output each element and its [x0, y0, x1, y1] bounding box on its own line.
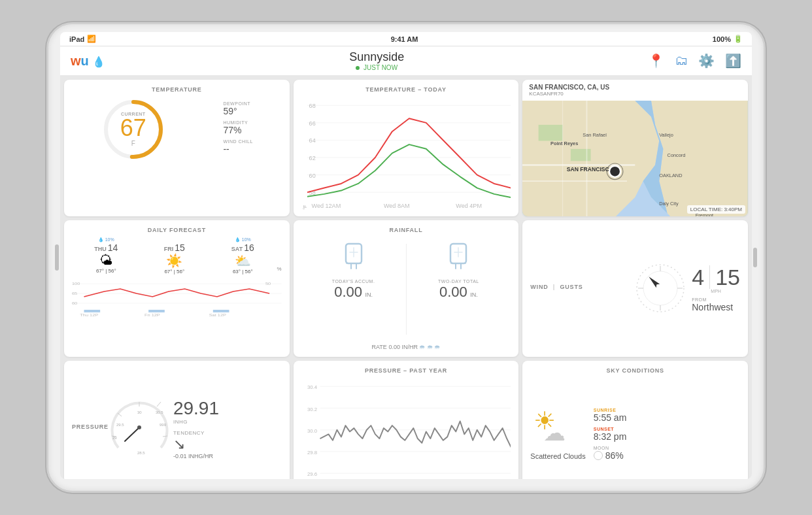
- tendency-label: TENDENCY: [173, 430, 282, 436]
- twoday-value-wrap: 0.00 IN.: [407, 284, 511, 301]
- status-time: 9:41 AM: [391, 35, 418, 43]
- right-button: [753, 248, 757, 267]
- temperature-card: TEMPERATURE CURRENT 67 F: [64, 80, 290, 216]
- sunrise-row: SUNRISE 5:55 am: [594, 408, 740, 423]
- settings-icon[interactable]: ⚙️: [698, 53, 715, 69]
- forecast-chart: 100 65 60 50 Thu 12P Fri 12P Sat 12P: [72, 277, 282, 350]
- compass-svg: [634, 262, 686, 314]
- pressure-chart-content: INHG 30.4 30.2 30.0: [301, 378, 511, 479]
- svg-point-35: [609, 166, 620, 177]
- svg-text:Daly City: Daly City: [660, 201, 679, 207]
- rain-gauge-icon-2: [445, 241, 471, 270]
- location-name: Sunnyside: [349, 50, 404, 64]
- header-center: Sunnyside JUST NOW: [349, 50, 404, 71]
- rainfall-twoday: TWO-DAY TOTAL 0.00 IN.: [407, 237, 511, 341]
- svg-text:999: 999: [160, 423, 167, 427]
- pressure-card: PRESSURE: [64, 361, 290, 479]
- device-label: iPad: [69, 35, 84, 43]
- side-button: [55, 244, 59, 271]
- share-icon[interactable]: ⬆️: [725, 53, 741, 69]
- percent-label: %: [277, 266, 282, 274]
- svg-text:Concord: Concord: [668, 152, 686, 158]
- status-right: 100% 🔋: [713, 35, 743, 43]
- temperature-content: CURRENT 67 F DEWPOINT 59° HUMIDITY 77%: [72, 97, 282, 162]
- sky-icon-wrap: ☀ ☁ Scattered Clouds: [530, 407, 585, 461]
- pressure-gauge-svg: 30 29.5 29 30.5 999 28.5: [109, 397, 171, 459]
- wind-chill-stat: WIND CHILL --: [223, 139, 252, 154]
- wind-header: WIND | GUSTS: [530, 284, 634, 293]
- humidity-stat: HUMIDITY 77%: [223, 120, 252, 135]
- svg-text:100: 100: [72, 281, 80, 285]
- sunset-value: 8:32 pm: [594, 431, 740, 442]
- sunrise-label: SUNRISE: [594, 408, 740, 412]
- pressure-chart-area: 30.4 30.2 30.0 29.8 29.6 Aug 18 Oct 17 D…: [307, 378, 511, 479]
- map-title: SAN FRANCISCO, CA, US: [529, 84, 741, 91]
- svg-text:62: 62: [309, 155, 315, 161]
- rainfall-today-value: 0.00: [334, 284, 362, 300]
- moon-value-row: 86%: [594, 450, 740, 461]
- forecast-day-fri: 💧 FRI 15 ☀️ 67° | 56°: [141, 237, 209, 274]
- svg-text:Wed 12AM: Wed 12AM: [311, 203, 341, 209]
- wind-speeds: 4 15: [692, 265, 740, 290]
- svg-text:29: 29: [112, 436, 117, 440]
- wind-compass: [634, 262, 686, 314]
- wind-from: FROM Northwest: [692, 297, 740, 312]
- sky-icons: ☀ ☁: [530, 407, 583, 449]
- pressure-chart-y-label: INHG: [301, 378, 307, 479]
- temp-value: 67: [120, 116, 146, 140]
- moon-icon: [594, 451, 603, 460]
- svg-text:Fri 12P: Fri 12P: [144, 312, 160, 316]
- map-card: SAN FRANCISCO, CA, US KCASANFR70: [522, 80, 748, 216]
- sky-card-title: SKY CONDITIONS: [530, 367, 740, 374]
- sky-details: SUNRISE 5:55 am SUNSET 8:32 pm MOON: [586, 408, 740, 461]
- rainfall-twoday-value: 0.00: [439, 284, 467, 300]
- svg-rect-22: [571, 149, 591, 161]
- sky-content: ☀ ☁ Scattered Clouds SUNRISE 5:55 am: [530, 378, 740, 479]
- rainfall-rate: RATE 0.00 IN/HR 🌧 🌧 🌧: [301, 344, 511, 350]
- wind-direction: Northwest: [692, 302, 740, 312]
- live-dot: [356, 66, 360, 70]
- map-subtitle: KCASANFR70: [529, 91, 741, 97]
- pressure-content: 30 29.5 29 30.5 999 28.5 29: [109, 397, 282, 461]
- svg-text:Point Reyes: Point Reyes: [550, 141, 578, 146]
- wind-speed-value: 4: [692, 265, 704, 290]
- twoday-label: TWO-DAY TOTAL: [407, 279, 511, 284]
- pressure-chart-card: PRESSURE – PAST YEAR INHG 30.4: [294, 361, 519, 479]
- map-area: Point Reyes San Rafael SAN FRANCISCO Val…: [522, 101, 748, 216]
- rainfall-today: TODAY'S ACCUM. 0.00 IN.: [301, 237, 406, 341]
- wind-gusts-value: 15: [715, 265, 740, 290]
- svg-text:30: 30: [137, 410, 142, 414]
- svg-text:San Rafael: San Rafael: [583, 132, 607, 138]
- logo: wu 💧: [71, 54, 105, 69]
- layers-icon[interactable]: 🗂: [675, 53, 688, 69]
- svg-text:28.5: 28.5: [137, 451, 145, 455]
- svg-text:Sat 12P: Sat 12P: [209, 312, 227, 316]
- wind-content: 4 15 MPH FROM Northwest: [634, 262, 740, 314]
- rainfall-today-unit: IN.: [365, 291, 373, 298]
- temp-chart-card: TEMPERATURE – TODAY °F: [294, 80, 519, 216]
- svg-rect-45: [148, 310, 165, 312]
- svg-point-54: [637, 265, 684, 312]
- moon-row: MOON 86%: [594, 446, 740, 461]
- forecast-card: DAILY FORECAST 💧 10% THU 14 🌤 67° | 56°: [64, 220, 290, 357]
- svg-text:66: 66: [309, 120, 315, 127]
- svg-point-55: [643, 271, 677, 305]
- wind-info: 4 15 MPH FROM Northwest: [686, 265, 740, 312]
- pressure-value: 29.91: [173, 398, 282, 419]
- thu-precip: 💧 10%: [72, 237, 141, 242]
- svg-text:Thu 12P: Thu 12P: [80, 312, 98, 316]
- moon-label: MOON: [594, 446, 740, 450]
- temp-stats: DEWPOINT 59° HUMIDITY 77% WIND CHILL --: [223, 101, 252, 158]
- svg-text:65: 65: [72, 291, 77, 295]
- svg-text:Wed 4PM: Wed 4PM: [456, 203, 482, 209]
- rainfall-card-title: RAINFALL: [301, 227, 511, 233]
- svg-text:29.6: 29.6: [307, 471, 318, 477]
- ipad-screen: iPad 📶 9:41 AM 100% 🔋 wu 💧 Sunnyside JUS…: [60, 32, 752, 479]
- svg-rect-44: [84, 310, 100, 312]
- temp-chart-svg: 68 66 64 62 60 58 Wed 12AM: [307, 97, 511, 210]
- rain-gauge-icon: [341, 241, 367, 270]
- location-icon[interactable]: 📍: [648, 53, 664, 69]
- svg-line-64: [157, 402, 161, 407]
- svg-rect-46: [213, 310, 229, 312]
- svg-text:50: 50: [265, 281, 271, 285]
